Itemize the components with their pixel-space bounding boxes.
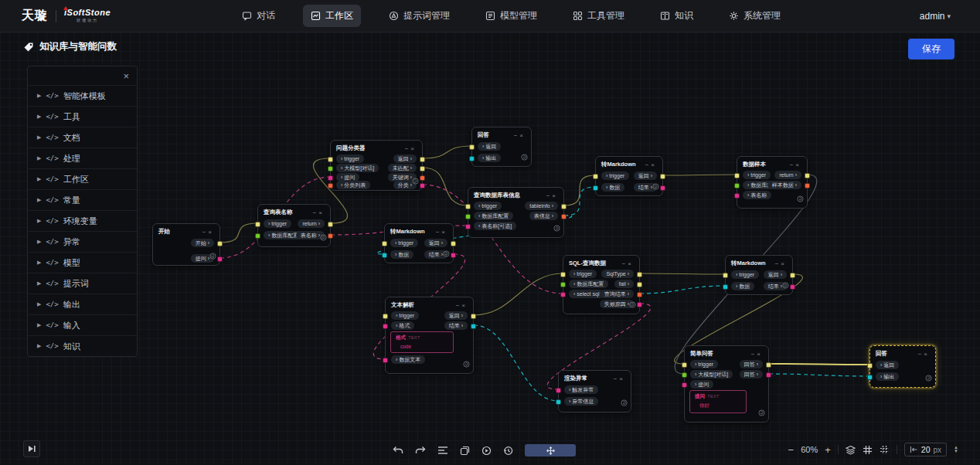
copy-button[interactable] xyxy=(460,446,470,456)
undo-button[interactable] xyxy=(393,446,403,455)
close-icon[interactable]: × xyxy=(781,260,787,267)
close-icon[interactable]: × xyxy=(552,192,558,199)
refresh-icon[interactable] xyxy=(320,230,327,244)
refresh-icon[interactable] xyxy=(521,150,528,164)
refresh-icon[interactable] xyxy=(443,246,450,260)
right-port-pink[interactable] xyxy=(420,183,425,188)
nav-item-workspace[interactable]: 工作区 xyxy=(303,5,361,27)
sidebar-item-0[interactable]: ▶</>智能体模板 xyxy=(28,85,137,106)
right-port-orange[interactable] xyxy=(328,233,333,239)
nav-item-chat[interactable]: 对话 xyxy=(234,5,283,27)
refresh-icon[interactable] xyxy=(463,357,470,371)
grid-size-input[interactable]: 20 px xyxy=(904,443,947,457)
right-port-yellow[interactable] xyxy=(471,314,476,319)
refresh-icon[interactable] xyxy=(758,406,765,419)
refresh-icon[interactable] xyxy=(553,221,560,235)
nav-item-system[interactable]: 系统管理 xyxy=(721,5,788,27)
right-port-yellow[interactable] xyxy=(451,241,456,246)
grid-size-stepper[interactable]: ▲▼ xyxy=(954,446,958,453)
refresh-icon[interactable] xyxy=(652,179,659,193)
step-down-icon[interactable]: ▼ xyxy=(954,450,958,453)
refresh-icon[interactable] xyxy=(629,297,636,311)
left-port-yellow[interactable] xyxy=(734,173,740,178)
zoom-out-button[interactable]: − xyxy=(788,444,795,456)
sidebar-item-3[interactable]: ▶</>处理 xyxy=(28,148,137,168)
left-port-green[interactable] xyxy=(465,214,471,219)
close-icon[interactable]: × xyxy=(410,145,417,152)
refresh-icon[interactable] xyxy=(925,371,932,385)
node-answer-selected[interactable]: 回答−×› 返回› 输出 xyxy=(869,345,936,388)
close-icon[interactable]: × xyxy=(757,351,763,358)
expand-panel-button[interactable] xyxy=(23,440,40,457)
left-port-green[interactable] xyxy=(255,233,260,239)
align-button[interactable] xyxy=(437,446,448,455)
node-table-info[interactable]: 查询数据库表信息−×› trigger› 数据库配置› 表名称[可选]table… xyxy=(468,187,564,238)
right-port-pink[interactable] xyxy=(790,284,795,290)
right-port-pink[interactable] xyxy=(451,253,456,258)
node-render-error[interactable]: 渲染异常−×› 触发异常› 异常信息 xyxy=(558,370,631,412)
right-port-pink[interactable] xyxy=(637,302,642,307)
run-button[interactable] xyxy=(481,446,492,456)
right-port-pink[interactable] xyxy=(660,185,665,191)
nav-item-tools[interactable]: 工具管理 xyxy=(565,5,632,27)
left-port-cyan[interactable] xyxy=(867,375,873,380)
left-port-cyan[interactable] xyxy=(556,399,561,405)
right-port-yellow[interactable] xyxy=(420,166,425,171)
right-port-yellow[interactable] xyxy=(805,173,810,178)
grid-snap-button[interactable] xyxy=(863,445,873,455)
node-data-sample[interactable]: 数据样本−×› trigger› 数据库配置› 表名称return ›样本数据 … xyxy=(737,156,808,209)
left-port-yellow[interactable] xyxy=(593,174,598,179)
left-port-pink[interactable] xyxy=(465,224,471,229)
left-port-pink[interactable] xyxy=(383,358,388,363)
left-port-yellow[interactable] xyxy=(560,272,566,277)
layers-button[interactable] xyxy=(846,445,856,455)
sidebar-item-12[interactable]: ▶</>知识 xyxy=(28,335,137,356)
right-port-yellow[interactable] xyxy=(561,204,567,209)
sidebar-item-7[interactable]: ▶</>异常 xyxy=(28,231,137,252)
left-port-yellow[interactable] xyxy=(867,363,873,368)
node-query-table-name[interactable]: 查询表名称−×› trigger› 数据库配置return ›表名称 › xyxy=(257,204,331,247)
sidebar-item-9[interactable]: ▶</>提示词 xyxy=(28,273,137,294)
close-icon[interactable]: × xyxy=(924,351,930,358)
left-port-yellow[interactable] xyxy=(328,157,333,162)
left-port-pink[interactable] xyxy=(383,324,388,329)
right-port-orange[interactable] xyxy=(805,183,810,188)
sidebar-item-11[interactable]: ▶</>输入 xyxy=(28,314,137,335)
right-port-yellow[interactable] xyxy=(766,362,771,368)
save-button[interactable]: 保存 xyxy=(908,39,954,59)
right-port-yellow[interactable] xyxy=(637,282,642,287)
right-port-orange[interactable] xyxy=(420,175,425,181)
sidebar-item-2[interactable]: ▶</>文档 xyxy=(28,127,137,148)
left-port-yellow[interactable] xyxy=(255,222,260,227)
refresh-icon[interactable] xyxy=(797,192,804,205)
left-port-yellow[interactable] xyxy=(682,362,687,368)
node-text-field[interactable]: 格式TEXTcode xyxy=(390,331,454,353)
node-simple-qa[interactable]: 简单问答−×› trigger› 大模型[对话]› 提问回答 ›回答 ›提问TE… xyxy=(684,345,769,423)
right-port-yellow[interactable] xyxy=(420,157,425,162)
close-icon[interactable]: × xyxy=(519,132,526,139)
sidebar-item-4[interactable]: ▶</>工作区 xyxy=(28,168,137,189)
sidebar-item-6[interactable]: ▶</>环境变量 xyxy=(28,210,137,231)
left-port-yellow[interactable] xyxy=(382,241,387,246)
left-port-yellow[interactable] xyxy=(469,144,475,150)
left-port-green[interactable] xyxy=(328,166,333,171)
node-sql-query[interactable]: SQL-查询数据−×› trigger› 数据库配置› select sqlSq… xyxy=(563,255,640,314)
left-port-yellow[interactable] xyxy=(723,273,728,278)
left-port-cyan[interactable] xyxy=(593,185,598,191)
close-icon[interactable]: × xyxy=(619,375,625,382)
node-classifier[interactable]: 问题分类器−×› trigger› 大模型[对话]› 提问› 分类列表返回 ›未… xyxy=(330,140,423,191)
left-port-green[interactable] xyxy=(560,282,566,287)
left-port-green[interactable] xyxy=(734,183,740,188)
node-text-field[interactable]: 提问TEXT你好 xyxy=(689,390,747,413)
redo-button[interactable] xyxy=(415,446,426,455)
left-port-yellow[interactable] xyxy=(465,204,471,209)
left-port-yellow[interactable] xyxy=(383,314,388,319)
user-menu[interactable]: admin ▾ xyxy=(920,11,951,22)
refresh-icon[interactable] xyxy=(621,395,628,409)
left-port-cyan[interactable] xyxy=(723,284,728,290)
refresh-icon[interactable] xyxy=(412,174,419,188)
right-port-orange[interactable] xyxy=(561,214,567,219)
right-port-yellow[interactable] xyxy=(328,222,333,227)
close-icon[interactable]: × xyxy=(208,229,214,236)
sidebar-item-8[interactable]: ▶</>模型 xyxy=(28,252,137,273)
